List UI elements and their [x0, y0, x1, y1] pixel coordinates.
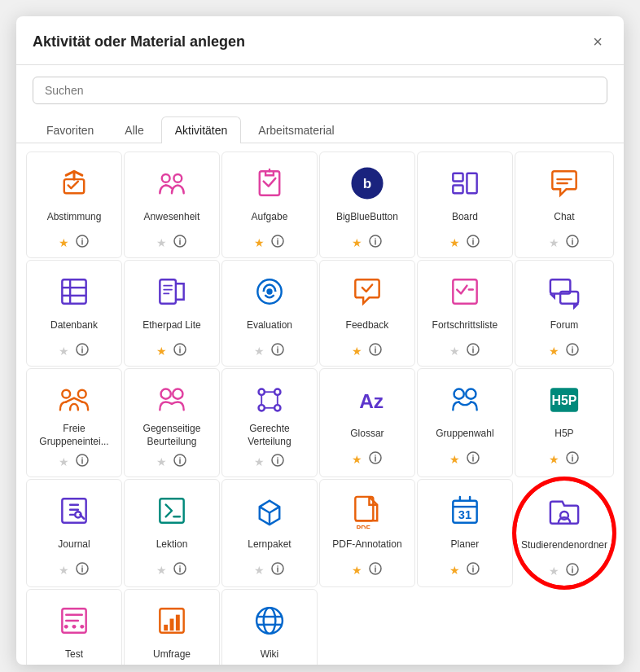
feedback-info-button[interactable]: [368, 342, 383, 359]
pdf-star-button[interactable]: ★: [351, 563, 363, 578]
forum-info-button[interactable]: [565, 342, 580, 359]
aufgabe-star-button[interactable]: ★: [253, 235, 265, 250]
grid-item-gegenseitig[interactable]: Gegenseitige Beurteilung★: [124, 368, 220, 477]
svg-point-144: [264, 608, 276, 634]
abstimmung-actions: ★: [58, 234, 90, 251]
tab-arbeitsmaterial[interactable]: Arbeitsmaterial: [244, 116, 348, 143]
chat-star-button[interactable]: ★: [548, 235, 560, 250]
journal-star-button[interactable]: ★: [58, 563, 70, 578]
h5p-info-button[interactable]: [565, 450, 580, 468]
freiegruppen-star-button[interactable]: ★: [58, 455, 70, 469]
grid-item-studierendenordner[interactable]: Studierendenordner★: [515, 479, 614, 587]
gegenseitig-star-button[interactable]: ★: [156, 455, 168, 469]
grid-item-gerechte[interactable]: Gerechte Verteilung★: [221, 368, 318, 477]
etherpad-star-button[interactable]: ★: [156, 344, 168, 358]
grid-item-anwesenheit[interactable]: Anwesenheit★: [124, 152, 220, 258]
search-input[interactable]: [33, 77, 607, 104]
freiegruppen-info-button[interactable]: [75, 453, 90, 470]
gerechte-star-button[interactable]: ★: [253, 455, 265, 469]
grid-item-abstimmung[interactable]: Abstimmung★: [26, 152, 122, 258]
svg-point-105: [180, 565, 182, 567]
evaluation-star-button[interactable]: ★: [253, 344, 265, 358]
glossar-info-button[interactable]: [368, 450, 383, 468]
svg-text:PDF: PDF: [356, 525, 370, 529]
planer-star-button[interactable]: ★: [449, 563, 461, 578]
chat-info-button[interactable]: [565, 234, 580, 251]
grid-item-fortschrittsliste[interactable]: Fortschrittsliste★: [417, 260, 513, 367]
lektion-info-button[interactable]: [173, 561, 187, 578]
tab-alle[interactable]: Alle: [111, 116, 157, 143]
lernpaket-info-button[interactable]: [270, 561, 285, 578]
gruppenwahl-star-button[interactable]: ★: [449, 452, 461, 467]
forum-star-button[interactable]: ★: [548, 344, 560, 358]
etherpad-actions: ★: [156, 342, 187, 359]
svg-point-23: [473, 238, 475, 239]
grid-item-freiegruppen[interactable]: Freie Gruppeneintei...★: [26, 368, 122, 477]
search-area: [16, 65, 624, 116]
pdf-info-button[interactable]: [368, 561, 383, 578]
svg-text:Az: Az: [359, 390, 384, 412]
grid-item-journal[interactable]: Journal★: [26, 479, 122, 587]
bigbluebutton-star-button[interactable]: ★: [351, 235, 363, 250]
lernpaket-star-button[interactable]: ★: [253, 563, 265, 578]
journal-info-button[interactable]: [75, 561, 90, 578]
tab-favoriten[interactable]: Favoriten: [33, 116, 107, 143]
grid-item-feedback[interactable]: Feedback★: [319, 260, 415, 367]
tab-aktivitaeten[interactable]: Aktivitäten: [161, 116, 242, 143]
grid-item-datenbank[interactable]: Datenbank★: [26, 260, 122, 367]
glossar-label: Glossar: [350, 423, 384, 446]
grid-item-planer[interactable]: 31 Planer★: [417, 479, 513, 587]
grid-item-bigbluebutton[interactable]: b BigBlueButton★: [319, 152, 415, 258]
items-grid: Abstimmung★ Anwesenheit★ Aufgabe★ b BigB…: [26, 152, 614, 665]
grid-item-pdf[interactable]: PDF PDF-Annotation★: [319, 479, 415, 587]
grid-item-forum[interactable]: Forum★: [515, 260, 614, 367]
datenbank-star-button[interactable]: ★: [58, 344, 70, 358]
grid-item-aufgabe[interactable]: Aufgabe★: [221, 152, 318, 258]
fortschrittsliste-info-button[interactable]: [466, 342, 480, 359]
grid-item-h5p[interactable]: H5P H5P★: [515, 368, 614, 477]
evaluation-info-button[interactable]: [270, 342, 285, 359]
abstimmung-info-button[interactable]: [75, 234, 90, 251]
grid-item-glossar[interactable]: Az Glossar★: [319, 368, 415, 477]
studierendenordner-info-button[interactable]: [565, 562, 580, 579]
grid-item-wiki[interactable]: Wiki★: [221, 589, 318, 665]
svg-point-61: [62, 390, 70, 398]
planer-label: Planer: [451, 534, 480, 556]
abstimmung-star-button[interactable]: ★: [58, 235, 70, 250]
gegenseitig-info-button[interactable]: [173, 453, 187, 470]
board-star-button[interactable]: ★: [449, 235, 461, 250]
fortschrittsliste-star-button[interactable]: ★: [449, 344, 461, 358]
aufgabe-info-button[interactable]: [270, 234, 285, 251]
feedback-star-button[interactable]: ★: [351, 344, 363, 358]
etherpad-info-button[interactable]: [173, 342, 187, 359]
grid-item-umfrage[interactable]: Umfrage★: [124, 589, 220, 665]
grid-item-evaluation[interactable]: Evaluation★: [221, 260, 318, 367]
modal-title: Aktivität oder Material anlegen: [33, 33, 245, 51]
journal-icon: [56, 493, 92, 529]
anwesenheit-star-button[interactable]: ★: [156, 235, 168, 250]
datenbank-info-button[interactable]: [75, 342, 90, 359]
bigbluebutton-info-button[interactable]: [368, 234, 383, 251]
planer-info-button[interactable]: [466, 561, 480, 578]
gruppenwahl-info-button[interactable]: [466, 450, 480, 468]
grid-item-lektion[interactable]: Lektion★: [124, 479, 220, 587]
board-info-button[interactable]: [466, 234, 480, 251]
close-button[interactable]: ×: [588, 31, 607, 53]
grid-item-gruppenwahl[interactable]: Gruppenwahl★: [417, 368, 513, 477]
grid-item-test[interactable]: Test★: [26, 589, 122, 665]
board-actions: ★: [449, 234, 480, 251]
grid-item-board[interactable]: Board★: [417, 152, 513, 258]
h5p-star-button[interactable]: ★: [548, 452, 560, 467]
aufgabe-icon: [252, 165, 287, 201]
lernpaket-icon: [252, 493, 287, 529]
glossar-star-button[interactable]: ★: [351, 452, 363, 467]
svg-point-86: [454, 389, 463, 399]
anwesenheit-info-button[interactable]: [173, 234, 187, 251]
grid-item-chat[interactable]: Chat★: [515, 152, 614, 258]
grid-item-etherpad[interactable]: Etherpad Lite★: [124, 260, 220, 367]
studierendenordner-star-button[interactable]: ★: [548, 564, 560, 578]
gerechte-info-button[interactable]: [270, 453, 285, 470]
lektion-star-button[interactable]: ★: [156, 563, 168, 578]
aufgabe-label: Aufgabe: [252, 206, 288, 229]
grid-item-lernpaket[interactable]: Lernpaket★: [221, 479, 318, 587]
